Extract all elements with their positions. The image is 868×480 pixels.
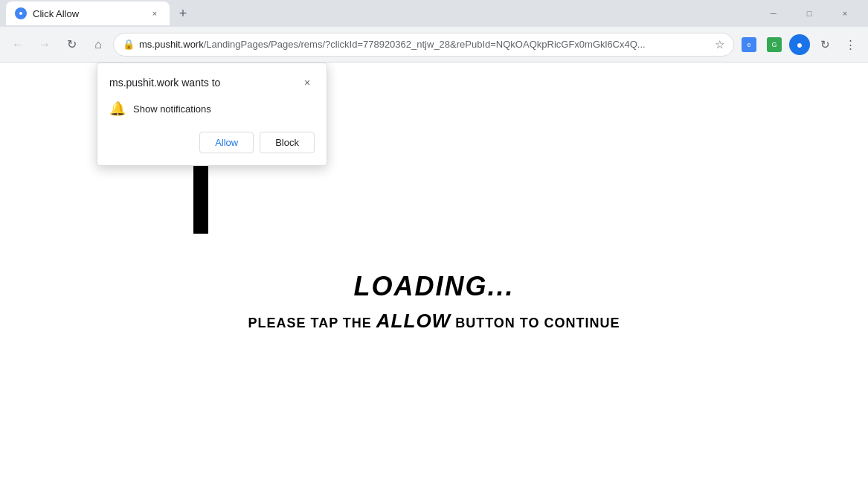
active-tab[interactable]: Click Allow ×: [6, 1, 170, 25]
extension-icon-1: e: [742, 37, 756, 52]
back-button[interactable]: ←: [6, 33, 30, 57]
instruction-prefix: PLEASE TAP THE: [248, 316, 371, 330]
back-icon: ←: [12, 38, 24, 51]
forward-button[interactable]: →: [33, 33, 57, 57]
bell-icon: 🔔: [109, 100, 126, 117]
notification-popup: ms.pushit.work wants to × 🔔 Show notific…: [97, 63, 327, 166]
menu-button[interactable]: ⋮: [838, 33, 862, 57]
home-button[interactable]: ⌂: [86, 33, 110, 57]
loading-heading: LOADING...: [0, 271, 868, 302]
sync-icon-button[interactable]: ↻: [813, 33, 837, 57]
close-window-button[interactable]: ×: [828, 0, 862, 27]
new-tab-button[interactable]: +: [173, 3, 193, 24]
title-bar: Click Allow × + ─ □ ×: [0, 0, 868, 27]
extension-2-button[interactable]: G: [762, 33, 786, 57]
nav-right-icons: e G ● ↻ ⋮: [737, 33, 862, 57]
profile-button[interactable]: ●: [788, 33, 811, 57]
reload-icon: ↻: [67, 37, 77, 51]
tab-close-button[interactable]: ×: [149, 7, 161, 19]
extension-icon-2: G: [767, 37, 782, 52]
url-path: /LandingPages/Pages/rems/?clickId=778920…: [204, 39, 646, 50]
menu-icon: ⋮: [845, 38, 856, 51]
permission-label: Show notifications: [133, 103, 211, 115]
lock-icon: 🔒: [123, 39, 135, 50]
home-icon: ⌂: [94, 38, 102, 51]
instruction-suffix: BUTTON TO CONTINUE: [455, 316, 620, 330]
allow-button[interactable]: Allow: [199, 132, 254, 153]
block-button[interactable]: Block: [260, 132, 315, 153]
sync-icon: ↻: [820, 38, 830, 51]
address-text: ms.pushit.work/LandingPages/Pages/rems/?…: [139, 39, 710, 50]
reload-button[interactable]: ↻: [60, 33, 83, 57]
maximize-button[interactable]: □: [792, 0, 826, 27]
popup-header: ms.pushit.work wants to ×: [109, 75, 315, 90]
browser-content: ms.pushit.work wants to × 🔔 Show notific…: [0, 63, 868, 480]
popup-title: ms.pushit.work wants to: [109, 77, 220, 89]
tab-strip: Click Allow × +: [6, 0, 753, 27]
bookmark-icon[interactable]: ☆: [715, 38, 724, 51]
tab-favicon: [15, 7, 27, 19]
address-bar[interactable]: 🔒 ms.pushit.work/LandingPages/Pages/rems…: [113, 33, 734, 57]
allow-word-highlight: ALLOW: [376, 310, 451, 332]
minimize-button[interactable]: ─: [756, 0, 791, 27]
window-controls: ─ □ ×: [756, 0, 862, 27]
page-text-area: LOADING... PLEASE TAP THE ALLOW BUTTON T…: [0, 271, 868, 333]
nav-bar: ← → ↻ ⌂ 🔒 ms.pushit.work/LandingPages/Pa…: [0, 27, 868, 63]
popup-permission-row: 🔔 Show notifications: [109, 100, 315, 117]
forward-icon: →: [39, 38, 51, 51]
extensions-button[interactable]: e: [737, 33, 761, 57]
profile-avatar: ●: [789, 34, 810, 55]
popup-close-button[interactable]: ×: [300, 75, 315, 90]
instruction-text: PLEASE TAP THE ALLOW BUTTON TO CONTINUE: [0, 310, 868, 333]
popup-buttons: Allow Block: [109, 132, 315, 153]
tab-title: Click Allow: [33, 8, 143, 19]
url-domain: ms.pushit.work: [139, 39, 204, 50]
